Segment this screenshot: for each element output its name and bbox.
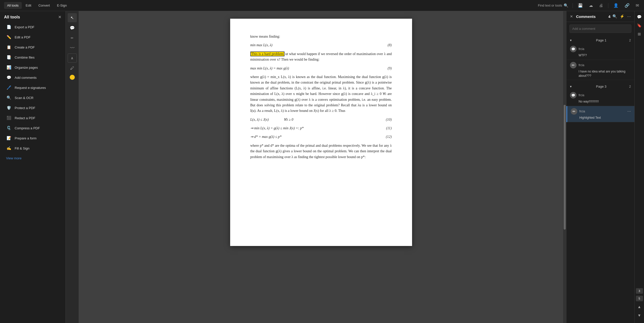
tool-combine-files[interactable]: 📑 Combine files xyxy=(2,53,63,62)
comment-p1-2-author: frcia xyxy=(579,63,584,67)
tool-protect-pdf[interactable]: 🛡️ Protect a PDF xyxy=(2,103,63,113)
eq9-num: (9) xyxy=(388,66,392,71)
search-bar[interactable]: Find text or tools 🔍 xyxy=(538,3,568,8)
protect-pdf-label: Protect a PDF xyxy=(15,106,35,110)
squiggle-tool-button[interactable]: 〰 xyxy=(68,43,77,53)
redact-pdf-label: Redact a PDF xyxy=(15,116,35,120)
organize-pages-label: Organize pages xyxy=(15,66,38,69)
request-esign-label: Request e-signatures xyxy=(15,86,46,90)
tool-export-pdf[interactable]: 📄 Export a PDF xyxy=(2,22,63,32)
comment-p1-2-text: I have no idea what are you talking abou… xyxy=(579,69,631,78)
eq10-content: L(x, λ) ≤ J(x) xyxy=(250,117,269,122)
tool-prepare-form[interactable]: 📝 Prepare a form xyxy=(2,133,63,143)
toolbar-right: Find text or tools 🔍 💾 ☁ 🖨 👤 🔗 ✉ xyxy=(538,2,640,9)
page-1-label: Page 1 xyxy=(596,38,606,42)
comments-more-icon[interactable]: ⋯ xyxy=(627,14,631,19)
edit-pdf-label: Edit a PDF xyxy=(15,35,31,39)
comments-close-button[interactable]: ✕ xyxy=(570,14,573,18)
tool-strip: ↖ 💬 ✏ 〰 A 🖊 xyxy=(66,11,79,323)
request-esign-icon: 🖊️ xyxy=(6,85,12,90)
tool-request-esign[interactable]: 🖊️ Request e-signatures xyxy=(2,83,63,92)
add-comment-input[interactable] xyxy=(570,25,631,33)
sidebar-close-button[interactable]: ✕ xyxy=(58,15,61,19)
panels-button[interactable]: ⊞ xyxy=(636,30,643,38)
compress-pdf-label: Compress a PDF xyxy=(15,126,40,130)
view-more-button[interactable]: View more xyxy=(2,154,63,162)
save-icon[interactable]: 💾 xyxy=(577,2,584,9)
page-group-1: ▾ Page 1 2 💬 frcia WTF? ✏ frcia I have n… xyxy=(566,37,634,80)
page-1-group-header[interactable]: ▾ Page 1 2 xyxy=(566,37,634,44)
tool-redact-pdf[interactable]: ⬛ Redact a PDF xyxy=(2,113,63,123)
tool-fill-sign[interactable]: ✍️ Fill & Sign xyxy=(2,143,63,153)
upload-icon[interactable]: ☁ xyxy=(588,2,594,9)
tool-scan-ocr[interactable]: 🔍 Scan & OCR xyxy=(2,93,63,103)
tab-edit[interactable]: Edit xyxy=(23,2,34,9)
equation-10: L(x, λ) ≤ J(x) ∀λ ≥ 0 (10) xyxy=(250,117,392,122)
top-nav-tabs: All tools Edit Convert E-Sign xyxy=(4,2,70,9)
page-3-group-header[interactable]: ▾ Page 3 2 xyxy=(566,83,634,90)
separator-2 xyxy=(608,3,608,8)
far-right-strip: 💬 🔖 ⊞ 3 5 ▲ ▼ xyxy=(634,11,644,323)
page-1-count: 2 xyxy=(629,39,631,42)
equation-12: ⇒ d* = max g(λ) ≤ p* (12) xyxy=(250,134,392,140)
search-text: Find text or tools xyxy=(538,4,562,7)
add-comment-box[interactable] xyxy=(569,24,631,33)
comment-p1-1-author: frcia xyxy=(579,47,584,51)
comment-p1-1-text: WTF? xyxy=(579,53,631,58)
scroll-down-button[interactable]: ▼ xyxy=(636,311,643,319)
account-icon[interactable]: 👤 xyxy=(612,2,619,9)
page-number-5: 5 xyxy=(636,296,643,301)
add-comments-label: Add comments xyxy=(15,76,37,80)
comment-p1-2-avatar: ✏ xyxy=(570,62,577,68)
comment-item-p1-2: ✏ frcia I have no idea what are you talk… xyxy=(566,60,634,80)
search-icon[interactable]: 🔍 xyxy=(564,3,568,8)
scroll-up-button[interactable]: ▲ xyxy=(636,303,643,310)
tab-esign[interactable]: E-Sign xyxy=(54,2,70,9)
email-icon[interactable]: ✉ xyxy=(635,2,640,9)
create-pdf-label: Create a PDF xyxy=(15,45,35,49)
eq11-num: (11) xyxy=(386,126,392,131)
pen-tool-button[interactable]: ✏ xyxy=(68,33,77,42)
tool-add-comments[interactable]: 💬 Add comments xyxy=(2,73,63,82)
comment-p3-1-author: frcia xyxy=(579,93,584,97)
eq11-content: ⇒ min L(x, λ) = g(λ) ≤ min J(x) =: p* xyxy=(250,126,304,131)
fill-sign-label: Fill & Sign xyxy=(15,146,30,150)
paragraph-conclusion: where p* and d* are the optima of the pr… xyxy=(250,143,392,160)
link-icon[interactable]: 🔗 xyxy=(624,2,631,9)
scrollbar[interactable] xyxy=(563,11,566,323)
equation-9: max min L(x, λ) = max g(λ) (9) xyxy=(250,66,392,71)
export-pdf-icon: 📄 xyxy=(6,24,12,30)
comments-filter-icon[interactable]: ⚡ xyxy=(620,14,625,19)
page-1-chevron-icon: ▾ xyxy=(570,38,572,42)
comments-search-icon[interactable]: 🔍 xyxy=(612,14,617,19)
far-right-bottom: 3 5 ▲ ▼ xyxy=(636,288,643,321)
comment-panel-button[interactable]: 💬 xyxy=(636,13,643,21)
eq10-right: ∀λ ≥ 0 xyxy=(284,117,293,122)
comments-title: Comments xyxy=(576,14,606,19)
tool-compress-pdf[interactable]: 🗜️ Compress a PDF xyxy=(2,123,63,133)
tool-organize-pages[interactable]: 📊 Organize pages xyxy=(2,63,63,72)
comment-p3-2-more-button[interactable]: ⋯ xyxy=(627,109,631,113)
tool-edit-pdf[interactable]: ✏️ Edit a PDF xyxy=(2,32,63,42)
left-sidebar: All tools ✕ 📄 Export a PDF ✏️ Edit a PDF… xyxy=(0,11,66,323)
comments-count-badge: 4 xyxy=(608,14,610,19)
export-pdf-label: Export a PDF xyxy=(15,25,34,29)
cursor-tool-button[interactable]: ↖ xyxy=(68,13,77,22)
comment-item-p3-1: 💬 frcia No way!!!!!!!!!!!! xyxy=(566,90,634,106)
print-icon[interactable]: 🖨 xyxy=(598,2,604,9)
organize-pages-icon: 📊 xyxy=(6,65,12,70)
scan-ocr-icon: 🔍 xyxy=(6,95,12,101)
bookmark-button[interactable]: 🔖 xyxy=(636,22,643,29)
comment-p3-1-avatar: 💬 xyxy=(570,92,577,98)
combine-files-label: Combine files xyxy=(15,56,35,59)
tab-convert[interactable]: Convert xyxy=(35,2,53,9)
eq8-content: min max L(x, λ) xyxy=(250,42,273,48)
tab-all-tools[interactable]: All tools xyxy=(4,2,22,9)
highlighter-button[interactable]: 🖊 xyxy=(68,64,77,73)
text-select-button[interactable]: A xyxy=(68,54,77,63)
scroll-thumb[interactable] xyxy=(564,105,566,230)
color-picker-dot[interactable] xyxy=(70,75,75,80)
comment-bubble-button[interactable]: 💬 xyxy=(68,23,77,32)
tool-create-pdf[interactable]: 📋 Create a PDF xyxy=(2,42,63,52)
comment-item-p3-2: ✏ frcia ⋯ Highlighted Text xyxy=(566,106,634,122)
